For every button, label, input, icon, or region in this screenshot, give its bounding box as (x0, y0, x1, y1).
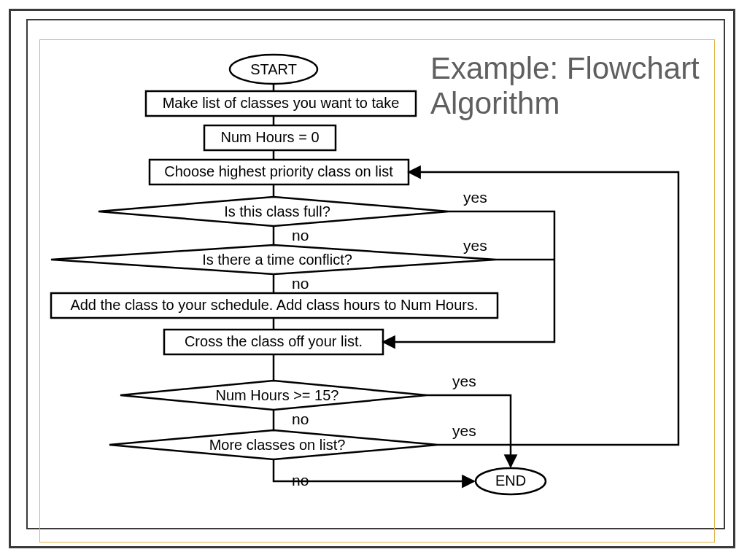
node-start-label: START (250, 61, 297, 77)
node-choose-class-label: Choose highest priority class on list (164, 163, 393, 179)
node-more-classes: More classes on list? (109, 430, 438, 459)
label-no-3: no (292, 411, 309, 427)
edge-dec1-yes (383, 211, 554, 342)
label-no-1: no (292, 227, 309, 244)
node-cross-off-label: Cross the class off your list. (185, 333, 363, 349)
node-make-list: Make list of classes you want to take (146, 91, 416, 116)
node-time-conflict: Is there a time conflict? (51, 245, 496, 274)
node-start: START (230, 55, 317, 84)
node-class-full: Is this class full? (98, 197, 449, 226)
node-choose-class: Choose highest priority class on list (150, 160, 409, 184)
node-more-classes-label: More classes on list? (209, 437, 346, 453)
label-yes-4: yes (452, 422, 476, 439)
node-num-hours-zero-label: Num Hours = 0 (220, 129, 319, 145)
node-cross-off: Cross the class off your list. (164, 330, 383, 354)
node-num-hours-zero: Num Hours = 0 (204, 125, 336, 150)
node-time-conflict-label: Is there a time conflict? (202, 252, 352, 268)
node-end: END (476, 468, 546, 494)
node-end-label: END (495, 472, 526, 489)
label-yes-2: yes (463, 237, 487, 254)
node-hours-gte-15-label: Num Hours >= 15? (216, 387, 339, 403)
label-no-2: no (292, 275, 309, 292)
label-yes-3: yes (452, 373, 476, 389)
node-add-class: Add the class to your schedule. Add clas… (51, 293, 498, 318)
node-add-class-label: Add the class to your schedule. Add clas… (70, 297, 478, 313)
flowchart-canvas: START Make list of classes you want to t… (0, 0, 747, 560)
node-class-full-label: Is this class full? (224, 203, 330, 219)
node-hours-gte-15: Num Hours >= 15? (120, 381, 427, 410)
label-yes-1: yes (463, 189, 487, 206)
label-no-4: no (292, 472, 309, 489)
node-make-list-label: Make list of classes you want to take (163, 95, 400, 111)
